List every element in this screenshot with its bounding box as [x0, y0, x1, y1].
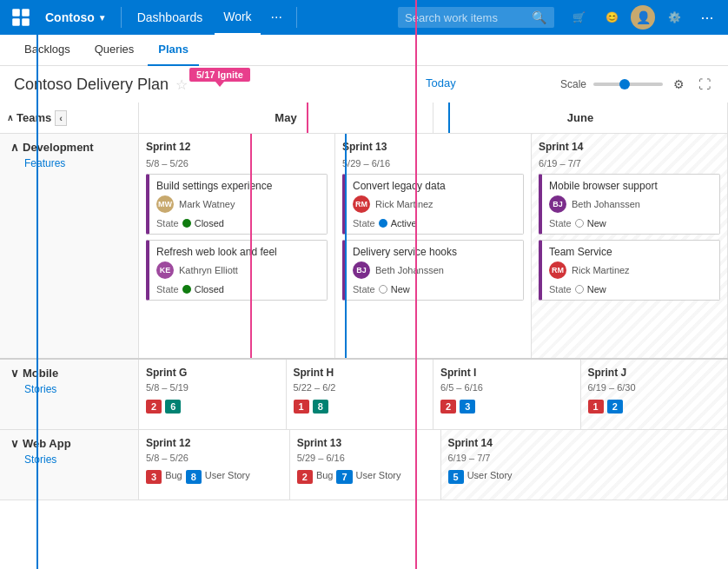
svg-rect-1: [22, 9, 30, 17]
search-input[interactable]: [405, 11, 526, 24]
mobile-sprints: Sprint G 5/8 – 5/19 2 6 Sprint H 5/22 – …: [139, 360, 728, 429]
state-label: Closed: [195, 284, 224, 294]
webapp-ignite-line: [415, 430, 417, 500]
mobile-team-name[interactable]: ∨ Mobile: [10, 367, 128, 380]
user-avatar-beth2: BJ: [549, 195, 566, 213]
sub-nav: Backlogs Queries Plans: [0, 35, 728, 66]
sprint12-ignite-line: [250, 134, 252, 358]
badge-6-teal: 6: [165, 400, 181, 414]
nav-dashboards[interactable]: Dashboards: [129, 0, 212, 35]
user-name: Rick Martinez: [375, 199, 433, 209]
basket-icon[interactable]: 🛒: [565, 3, 592, 31]
badge-8-teal: 8: [313, 400, 328, 414]
today-link[interactable]: Today: [426, 76, 456, 89]
may-header: May: [139, 103, 433, 133]
mobile-sprint-g: Sprint G 5/8 – 5/19 2 6: [139, 360, 287, 429]
user-avatar-beth: BJ: [353, 261, 370, 279]
webapp-team-name[interactable]: ∨ Web App: [10, 437, 128, 450]
development-team-name[interactable]: ∧ Development: [10, 141, 128, 154]
state-dot-active: [379, 219, 387, 228]
badge-3-red: 3: [146, 470, 162, 484]
user-avatar[interactable]: 👤: [631, 5, 655, 30]
badge-2-blue-j: 2: [607, 400, 623, 414]
work-card[interactable]: Delivery service hooks BJ Beth Johanssen…: [342, 240, 524, 301]
webapp-sprints: Sprint 12 5/8 – 5/26 3 Bug 8 User Story …: [139, 430, 728, 500]
nav-more[interactable]: ···: [264, 6, 289, 29]
webapp-s14-dates: 6/19 – 7/7: [448, 453, 721, 463]
org-name: Contoso: [45, 10, 95, 24]
sprint-14-name: Sprint 14: [539, 141, 720, 153]
badge-userstory-label: User Story: [205, 470, 250, 484]
settings-gear-icon[interactable]: ⚙: [670, 74, 688, 95]
work-card[interactable]: Build settings experience MW Mark Watney…: [146, 174, 328, 235]
svg-rect-3: [22, 18, 30, 26]
left-nav-btn[interactable]: ‹: [55, 110, 67, 126]
card-title: Team Service: [549, 246, 712, 258]
development-sub-label[interactable]: Features: [24, 157, 128, 169]
june-header: June: [433, 103, 728, 133]
sprint-h-name: Sprint H: [294, 367, 427, 379]
svg-rect-0: [12, 9, 20, 17]
sprint-13-dates: 5/29 – 6/16: [342, 158, 524, 169]
work-card[interactable]: Convert legacy data RM Rick Martinez Sta…: [342, 174, 524, 235]
tab-plans[interactable]: Plans: [148, 35, 199, 66]
badge-userstory-label-s14: User Story: [467, 470, 513, 484]
state-label: New: [587, 284, 606, 294]
state-label: Active: [391, 218, 417, 228]
sprint-j-name: Sprint J: [588, 367, 721, 379]
scale-slider[interactable]: [593, 83, 663, 86]
webapp-sidebar: ∨ Web App Stories: [0, 430, 139, 500]
ignite-marker-line: [307, 103, 308, 133]
webapp-s13-name: Sprint 13: [297, 437, 433, 449]
org-chevron-icon: ▼: [98, 13, 107, 23]
app-logo[interactable]: [7, 3, 35, 31]
state-label: Closed: [195, 218, 224, 228]
state-label: New: [587, 218, 606, 228]
state-dot-closed: [182, 285, 191, 294]
org-selector[interactable]: Contoso ▼: [38, 7, 114, 28]
content-area: ∧ Development Features Sprint 12 5/8 – 5…: [0, 134, 728, 569]
card-state: State New: [353, 284, 516, 294]
card-user: RM Rick Martinez: [353, 195, 516, 213]
tab-queries[interactable]: Queries: [84, 35, 145, 66]
card-user: KE Kathryn Elliott: [156, 261, 320, 279]
user-avatar-rick2: RM: [549, 261, 566, 279]
nav-work[interactable]: Work: [215, 0, 260, 35]
card-title: Mobile browser support: [549, 180, 712, 192]
webapp-sub-label[interactable]: Stories: [24, 453, 128, 466]
badge-bug-label: Bug: [165, 470, 182, 484]
mobile-sprint-g-badges: 2 6: [146, 400, 279, 414]
settings-icon[interactable]: ⚙️: [660, 3, 688, 31]
badge-2-red: 2: [146, 400, 162, 414]
webapp-sprint-13: Sprint 13 5/29 – 6/16 2 Bug 7 User Story: [290, 430, 441, 500]
card-user: RM Rick Martinez: [549, 261, 712, 279]
work-card[interactable]: Mobile browser support BJ Beth Johanssen…: [539, 174, 720, 235]
state-label: New: [391, 284, 410, 294]
mobile-sidebar: ∨ Mobile Stories: [0, 360, 139, 429]
search-box[interactable]: 🔍: [398, 7, 554, 28]
favorite-icon[interactable]: ☆: [175, 76, 188, 93]
teams-header-cell: ∧ Teams ‹: [0, 103, 139, 133]
smiley-icon[interactable]: 😊: [598, 3, 625, 31]
work-card[interactable]: Refresh web look and feel KE Kathryn Ell…: [146, 240, 328, 301]
mobile-sub-label[interactable]: Stories: [24, 383, 128, 395]
badge-1-red: 1: [294, 400, 309, 414]
scale-thumb[interactable]: [619, 79, 630, 89]
tab-backlogs[interactable]: Backlogs: [14, 35, 81, 66]
mobile-sprint-i: Sprint I 6/5 – 6/16 2 3: [433, 360, 581, 429]
work-card[interactable]: Team Service RM Rick Martinez State New: [539, 240, 720, 301]
webapp-s13-dates: 5/29 – 6/16: [297, 453, 433, 463]
badge-7-blue-s13: 7: [336, 470, 352, 484]
dev-sprint-13: Sprint 13 5/29 – 6/16 Convert legacy dat…: [335, 134, 532, 358]
card-state: State Closed: [156, 218, 320, 228]
sprint-h-dates: 5/22 – 6/2: [294, 382, 427, 393]
top-nav: Contoso ▼ Dashboards Work ··· 🔍 🛒 😊 👤 ⚙️…: [0, 0, 728, 35]
sprint-g-dates: 5/8 – 5/19: [146, 382, 279, 393]
search-icon: 🔍: [532, 10, 546, 24]
teams-collapse-icon[interactable]: ∧: [7, 113, 13, 122]
sprint-13-name: Sprint 13: [342, 141, 524, 153]
expand-icon[interactable]: ⛶: [695, 74, 714, 95]
month-header: May June: [139, 103, 728, 133]
ignite-badge[interactable]: 5/17 Ignite: [189, 68, 250, 82]
more-nav-icon[interactable]: ···: [693, 3, 721, 31]
